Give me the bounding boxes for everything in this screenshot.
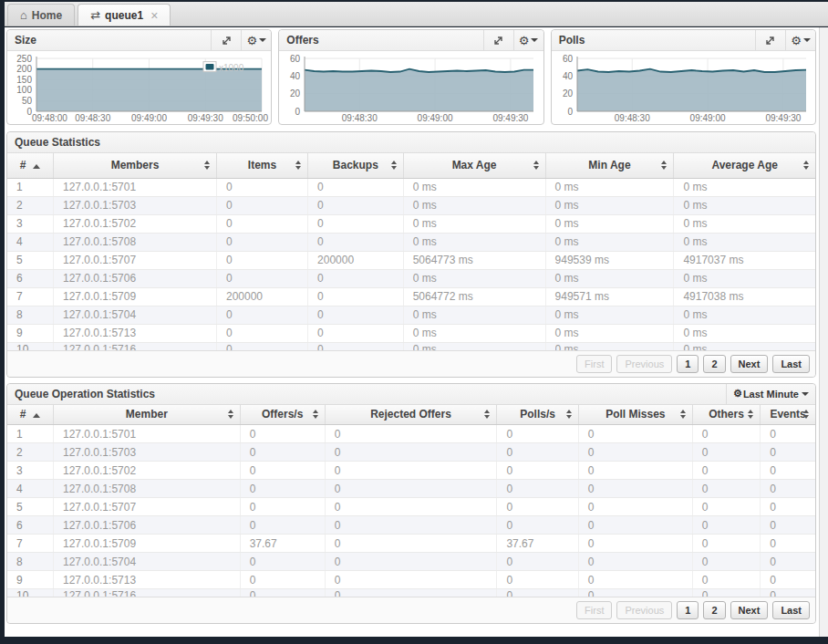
gear-menu-icon[interactable]: ⚙ xyxy=(513,30,543,50)
column-header-polls-s[interactable]: Polls/s xyxy=(497,405,578,425)
cell: 0 xyxy=(325,480,497,498)
cell: 1 xyxy=(7,425,54,443)
main-content: Size ⚙ 05010015020025009:48:0009:48:3009… xyxy=(5,27,828,637)
cell: 0 xyxy=(692,516,760,535)
scrollbar-track[interactable] xyxy=(819,27,828,637)
expand-icon[interactable] xyxy=(483,30,513,50)
cell: 0 xyxy=(308,342,404,350)
cell: 0 xyxy=(325,571,497,589)
cell: 0 xyxy=(308,324,404,342)
column-header-offers-s[interactable]: Offers/s xyxy=(240,405,325,425)
cell: 0 xyxy=(578,462,692,480)
sort-icon xyxy=(533,161,539,170)
cell: 127.0.0.1:5706 xyxy=(54,269,217,287)
cell: 0 ms xyxy=(545,233,674,251)
next-page-button[interactable]: Next xyxy=(730,601,769,619)
column-header-max-age[interactable]: Max Age xyxy=(403,153,545,178)
y-tick-label: 0 xyxy=(295,107,301,117)
tab-queue1[interactable]: ⇄ queue1 × xyxy=(78,4,171,26)
column-header-poll-misses[interactable]: Poll Misses xyxy=(578,405,692,425)
time-filter-label: Last Minute xyxy=(743,389,799,400)
y-tick-label: 150 xyxy=(16,75,32,85)
cell: 0 xyxy=(692,571,760,589)
column-header-average-age[interactable]: Average Age xyxy=(674,153,815,178)
cell: 5064772 ms xyxy=(403,287,545,306)
cell: 127.0.0.1:5713 xyxy=(54,324,217,342)
last-page-button[interactable]: Last xyxy=(772,355,810,373)
page-2-button[interactable]: 2 xyxy=(703,601,725,619)
x-tick-label: 09:49:30 xyxy=(765,113,801,123)
cell: 0 xyxy=(578,535,692,553)
cell: 127.0.0.1:5716 xyxy=(54,589,241,597)
cell: 0 xyxy=(761,425,815,443)
gear-menu-icon[interactable]: ⚙ xyxy=(241,30,271,50)
column-header-backups[interactable]: Backups xyxy=(308,153,404,178)
column-header-events[interactable]: Events xyxy=(761,405,815,425)
y-tick-label: 250 xyxy=(16,54,32,64)
cell: 0 ms xyxy=(403,214,545,233)
cell: 8 xyxy=(7,306,54,324)
queue-operation-statistics-header: Queue Operation Statistics ⚙ Last Minute xyxy=(7,384,815,405)
cell: 0 xyxy=(308,306,404,324)
column-header-label: Member xyxy=(126,408,168,421)
next-page-button[interactable]: Next xyxy=(730,355,769,373)
y-tick-label: 60 xyxy=(290,54,301,64)
cell: 0 ms xyxy=(545,342,674,350)
table-row: 3127.0.0.1:5702000 ms0 ms0 ms xyxy=(7,214,815,233)
cell: 0 xyxy=(497,462,578,480)
last-page-button[interactable]: Last xyxy=(772,601,810,619)
sort-ascending-icon xyxy=(33,413,40,418)
column-header-others[interactable]: Others xyxy=(692,405,760,425)
chart-svg: 020406009:48:3009:49:0009:49:30 xyxy=(552,53,813,123)
cell: 127.0.0.1:5707 xyxy=(54,251,217,269)
column-header-label: Max Age xyxy=(452,159,497,171)
swap-icon: ⇄ xyxy=(90,8,100,22)
table-row: 2127.0.0.1:5703000 ms0 ms0 ms xyxy=(7,196,815,214)
table-row-partial: 10127.0.0.1:5716000 ms0 ms0 ms xyxy=(7,342,815,350)
cell: 0 xyxy=(240,589,325,597)
column-header-items[interactable]: Items xyxy=(216,153,307,178)
gear-icon: ⚙ xyxy=(733,388,742,400)
table-row: 4127.0.0.1:5708000000 xyxy=(7,480,815,498)
close-tab-icon[interactable]: × xyxy=(150,11,158,20)
expand-icon[interactable] xyxy=(211,30,241,50)
y-tick-label: 0 xyxy=(567,107,573,117)
cell: 0 xyxy=(216,269,307,287)
column-header-member[interactable]: Member xyxy=(54,405,241,425)
expand-icon[interactable] xyxy=(755,30,785,50)
cell: 10 xyxy=(7,589,54,597)
cell: 0 ms xyxy=(403,324,545,342)
cell: 4 xyxy=(7,233,54,251)
offers-chart[interactable]: 020406009:48:3009:49:0009:49:30 xyxy=(279,51,543,124)
table-row: 9127.0.0.1:5713000000 xyxy=(7,571,815,589)
gear-menu-icon[interactable]: ⚙ xyxy=(785,30,815,50)
cell: 0 xyxy=(497,571,578,589)
column-header-min-age[interactable]: Min Age xyxy=(545,153,674,178)
sort-icon xyxy=(566,410,572,419)
cell: 0 xyxy=(578,571,692,589)
y-tick-label: 100 xyxy=(16,85,32,95)
cell: 0 xyxy=(761,553,815,571)
column-header-num[interactable]: # xyxy=(7,153,54,178)
size-chart[interactable]: 05010015020025009:48:0009:48:3009:49:000… xyxy=(7,51,271,124)
cell: 0 xyxy=(497,516,578,535)
offers-panel-header: Offers ⚙ xyxy=(279,30,543,51)
cell: 127.0.0.1:5708 xyxy=(54,480,241,498)
panel-title: Size xyxy=(7,30,211,50)
cell: 0 ms xyxy=(403,269,545,287)
time-filter-dropdown[interactable]: ⚙ Last Minute xyxy=(726,384,815,404)
page-1-button[interactable]: 1 xyxy=(677,355,699,373)
cell: 127.0.0.1:5713 xyxy=(54,571,241,589)
cell: 6 xyxy=(7,269,54,287)
tab-home[interactable]: ⌂ Home xyxy=(7,4,75,26)
column-header-members[interactable]: Members xyxy=(54,153,217,178)
column-header-num[interactable]: # xyxy=(7,405,54,425)
page-1-button[interactable]: 1 xyxy=(677,601,699,619)
page-2-button[interactable]: 2 xyxy=(703,355,725,373)
cell: 127.0.0.1:5706 xyxy=(54,516,241,535)
polls-chart[interactable]: 020406009:48:3009:49:0009:49:30 xyxy=(552,51,815,124)
gear-icon: ⚙ xyxy=(247,35,258,47)
column-header-rejected-offers[interactable]: Rejected Offers xyxy=(325,405,497,425)
cell: 0 ms xyxy=(545,178,674,196)
x-tick-label: 09:48:00 xyxy=(32,113,67,123)
